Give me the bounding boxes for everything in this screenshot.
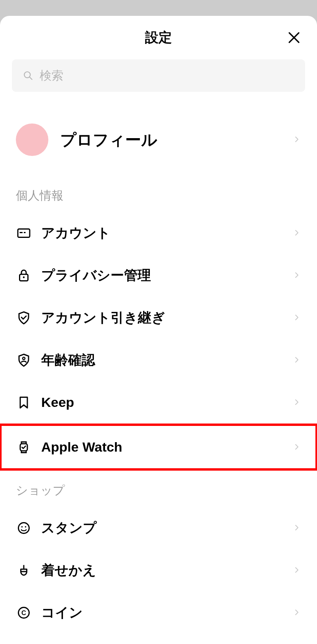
smile-icon: [16, 520, 32, 536]
chevron-right-icon: [293, 272, 301, 279]
chevron-right-icon: [293, 609, 301, 617]
profile-row[interactable]: プロフィール: [0, 104, 317, 176]
row-label: スタンプ: [41, 519, 293, 537]
section-header-personal: 個人情報: [0, 176, 317, 212]
shield-person-icon: [16, 352, 32, 368]
shield-check-icon: [16, 310, 32, 326]
search-input[interactable]: [40, 69, 294, 82]
avatar: [16, 123, 48, 156]
lock-icon: [16, 268, 32, 283]
row-label: Apple Watch: [41, 439, 293, 455]
page-title: 設定: [145, 28, 172, 47]
settings-sheet: 設定 プロフィール 個人情報 アカウント プライバシー管理 アカウ: [0, 16, 317, 644]
chevron-right-icon: [293, 356, 301, 364]
row-coins[interactable]: C コイン: [0, 591, 317, 634]
header: 設定: [0, 16, 317, 59]
chevron-right-icon: [293, 566, 301, 574]
coin-icon: C: [16, 605, 32, 621]
svg-point-6: [23, 357, 25, 359]
chevron-right-icon: [293, 229, 301, 237]
paint-bucket-icon: [16, 562, 32, 578]
search-icon: [23, 70, 33, 81]
svg-rect-2: [20, 232, 23, 233]
bookmark-icon: [16, 395, 32, 410]
svg-point-10: [25, 526, 27, 528]
row-keep[interactable]: Keep: [0, 381, 317, 424]
row-label: アカウント引き継ぎ: [41, 309, 293, 327]
row-account[interactable]: アカウント: [0, 212, 317, 254]
id-card-icon: [16, 225, 32, 241]
svg-point-9: [21, 526, 23, 528]
row-apple-watch[interactable]: Apple Watch: [2, 426, 315, 468]
search-bar[interactable]: [12, 59, 305, 92]
chevron-right-icon: [293, 399, 301, 407]
chevron-right-icon: [293, 136, 301, 144]
section-header-shop: ショップ: [0, 471, 317, 507]
row-label: アカウント: [41, 224, 293, 242]
watch-icon: [16, 439, 32, 455]
row-label: Keep: [41, 395, 293, 410]
profile-label: プロフィール: [60, 129, 293, 151]
row-transfer[interactable]: アカウント引き継ぎ: [0, 296, 317, 339]
row-themes[interactable]: 着せかえ: [0, 549, 317, 591]
row-label: 年齢確認: [41, 351, 293, 369]
row-label: 着せかえ: [41, 561, 293, 579]
svg-point-8: [19, 522, 29, 533]
row-age-verify[interactable]: 年齢確認: [0, 339, 317, 381]
chevron-right-icon: [293, 524, 301, 532]
chevron-right-icon: [293, 314, 301, 322]
close-button[interactable]: [285, 29, 303, 46]
row-label: コイン: [41, 604, 293, 622]
highlighted-row-wrapper: Apple Watch: [0, 424, 317, 471]
chevron-right-icon: [293, 443, 301, 451]
close-icon: [287, 30, 301, 45]
svg-rect-3: [24, 232, 26, 233]
row-privacy[interactable]: プライバシー管理: [0, 254, 317, 296]
svg-point-5: [23, 276, 25, 278]
row-label: プライバシー管理: [41, 266, 293, 285]
row-stamps[interactable]: スタンプ: [0, 507, 317, 549]
svg-text:C: C: [21, 609, 26, 616]
